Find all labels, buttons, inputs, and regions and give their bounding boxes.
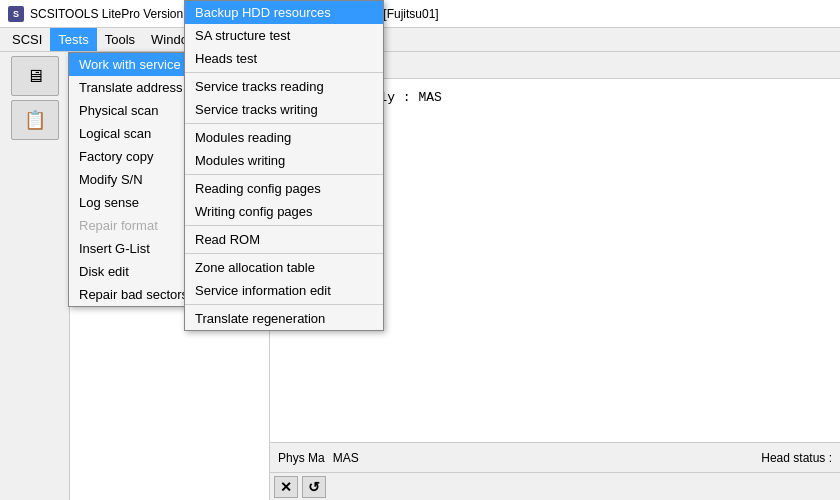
menu-modules-reading[interactable]: Modules reading [185,126,383,149]
menu-reading-config-pages[interactable]: Reading config pages [185,177,383,200]
separator-3 [185,174,383,175]
separator-4 [185,225,383,226]
status-bar: ✕ ↺ [270,472,840,500]
menu-backup-hdd[interactable]: Backup HDD resources [185,1,383,24]
sidebar: 🖥 📋 [0,52,70,500]
dropdown-level2: Backup HDD resources SA structure test H… [184,0,384,331]
menu-zone-allocation-table[interactable]: Zone allocation table [185,256,383,279]
title-bar: S SCSITOOLS LitePro Version: 7.810 99738… [0,0,840,28]
head-status-label: Head status : [761,451,832,465]
menu-tools[interactable]: Tools [97,28,143,51]
app-icon: S [8,6,24,22]
menu-service-tracks-writing[interactable]: Service tracks writing [185,98,383,121]
menu-service-tracks-reading[interactable]: Service tracks reading [185,75,383,98]
phys-label: Phys Ma [278,451,325,465]
menu-heads-test[interactable]: Heads test [185,47,383,70]
menu-translate-regeneration[interactable]: Translate regeneration [185,307,383,330]
separator-6 [185,304,383,305]
close-button[interactable]: ✕ [274,476,298,498]
sidebar-btn-1[interactable]: 🖥 [11,56,59,96]
menu-writing-config-pages[interactable]: Writing config pages [185,200,383,223]
phys-value: MAS [333,451,359,465]
menu-service-information-edit[interactable]: Service information edit [185,279,383,302]
menu-read-rom[interactable]: Read ROM [185,228,383,251]
separator-1 [185,72,383,73]
refresh-button[interactable]: ↺ [302,476,326,498]
separator-2 [185,123,383,124]
menu-bar: SCSI Tests Tools Window Video Help [0,28,840,52]
menu-scsi[interactable]: SCSI [4,28,50,51]
menu-tests[interactable]: Tests [50,28,96,51]
separator-5 [185,253,383,254]
sidebar-btn-2[interactable]: 📋 [11,100,59,140]
menu-modules-writing[interactable]: Modules writing [185,149,383,172]
menu-sa-structure-test[interactable]: SA structure test [185,24,383,47]
phys-bar: Phys Ma MAS Head status : [270,442,840,472]
